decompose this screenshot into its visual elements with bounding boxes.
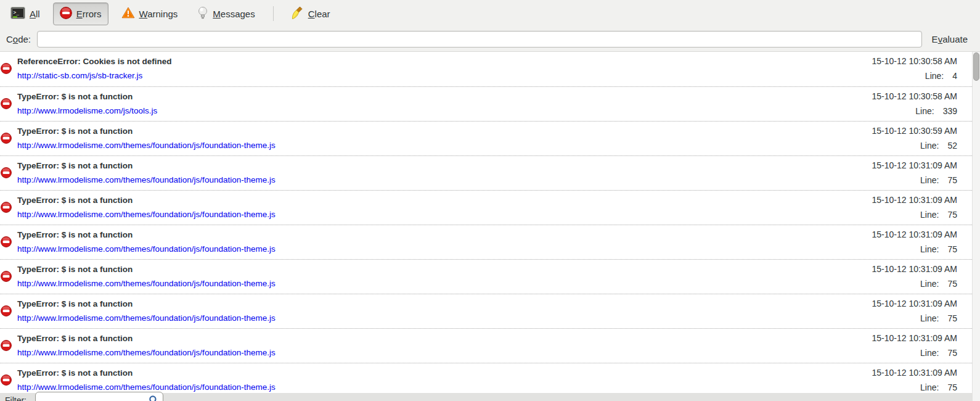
error-icon: [1, 271, 12, 282]
error-source-link[interactable]: http://www.lrmodelisme.com/themes/founda…: [17, 244, 276, 254]
error-message: TypeError: $ is not a function: [17, 195, 957, 205]
line-label: Line:: [925, 71, 944, 81]
messages-button[interactable]: Messages: [190, 2, 261, 26]
errors-button-label: Errors: [76, 9, 102, 19]
console-entry[interactable]: TypeError: $ is not a functionhttp://www…: [0, 155, 972, 190]
terminal-icon: >_: [10, 7, 25, 21]
console-entry[interactable]: TypeError: $ is not a functionhttp://www…: [0, 259, 972, 294]
messages-button-label: Messages: [213, 9, 255, 19]
line-number: 75: [947, 175, 957, 185]
line-label: Line:: [920, 279, 939, 289]
error-console-window: >_ All Errors: [0, 0, 980, 401]
line-number: 75: [947, 244, 957, 254]
error-icon: [1, 340, 12, 351]
error-source-link[interactable]: http://www.lrmodelisme.com/js/tools.js: [17, 106, 157, 115]
line-label: Line:: [920, 382, 939, 392]
warnings-button-label: Warnings: [139, 9, 178, 19]
line-label: Line:: [915, 106, 934, 116]
error-source-link[interactable]: http://static-sb.com/js/sb-tracker.js: [17, 71, 142, 80]
line-number: 75: [947, 210, 957, 220]
line-number: 75: [947, 313, 957, 323]
error-message: TypeError: $ is not a function: [17, 91, 957, 102]
code-bar: Code: Evaluate: [0, 27, 980, 52]
error-icon: [1, 133, 12, 144]
error-message: TypeError: $ is not a function: [17, 160, 957, 171]
error-message: TypeError: $ is not a function: [17, 299, 957, 309]
svg-text:>_: >_: [14, 10, 20, 15]
console-entry[interactable]: TypeError: $ is not a functionhttp://www…: [0, 86, 972, 121]
line-label: Line:: [920, 313, 939, 323]
error-timestamp: 15-10-12 10:31:09 AM: [872, 264, 957, 275]
line-label: Line:: [920, 348, 939, 358]
line-label: Line:: [920, 210, 939, 220]
broom-icon: [292, 6, 304, 22]
line-label: Line:: [920, 141, 939, 151]
console-entry[interactable]: TypeError: $ is not a functionhttp://www…: [0, 225, 972, 259]
filter-input[interactable]: [35, 392, 163, 401]
error-icon: [1, 202, 12, 213]
error-icon: [1, 236, 12, 247]
error-message: TypeError: $ is not a function: [17, 126, 957, 136]
toolbar-separator: [273, 6, 274, 21]
all-button-label: All: [30, 9, 40, 19]
vertical-scrollbar[interactable]: [972, 52, 980, 401]
lightbulb-icon: [197, 6, 208, 22]
toolbar: >_ All Errors: [0, 0, 980, 27]
error-icon: [1, 167, 12, 178]
search-icon[interactable]: [149, 395, 159, 401]
errors-button[interactable]: Errors: [53, 2, 108, 25]
line-number: 4: [952, 71, 957, 81]
line-label: Line:: [920, 175, 939, 185]
console-entry[interactable]: TypeError: $ is not a functionhttp://www…: [0, 294, 972, 328]
error-source-link[interactable]: http://www.lrmodelisme.com/themes/founda…: [17, 279, 276, 288]
error-icon: [60, 7, 72, 21]
error-timestamp: 15-10-12 10:30:58 AM: [872, 56, 957, 67]
warnings-button[interactable]: Warnings: [115, 2, 185, 25]
warning-icon: [121, 7, 135, 20]
error-source-link[interactable]: http://www.lrmodelisme.com/themes/founda…: [17, 313, 276, 323]
clear-button-label: Clear: [308, 9, 330, 19]
evaluate-button[interactable]: Evaluate: [932, 34, 968, 44]
error-message: TypeError: $ is not a function: [17, 264, 957, 275]
error-timestamp: 15-10-12 10:31:09 AM: [872, 333, 957, 344]
error-message: ReferenceError: Cookies is not defined: [17, 56, 957, 67]
console-entry[interactable]: TypeError: $ is not a functionhttp://www…: [0, 121, 972, 155]
scrollbar-thumb[interactable]: [973, 52, 979, 81]
console-entry[interactable]: TypeError: $ is not a functionhttp://www…: [0, 190, 972, 225]
error-icon: [1, 305, 12, 316]
error-timestamp: 15-10-12 10:30:58 AM: [872, 91, 957, 102]
error-icon: [1, 63, 12, 74]
console-list: ReferenceError: Cookies is not definedht…: [0, 52, 980, 401]
console-entry[interactable]: ReferenceError: Cookies is not definedht…: [0, 52, 972, 86]
error-message: TypeError: $ is not a function: [17, 229, 957, 240]
all-button[interactable]: >_ All: [4, 2, 47, 25]
error-timestamp: 15-10-12 10:31:09 AM: [872, 368, 957, 378]
console-entry[interactable]: TypeError: $ is not a functionhttp://www…: [0, 328, 972, 363]
error-source-link[interactable]: http://www.lrmodelisme.com/themes/founda…: [17, 348, 276, 357]
error-timestamp: 15-10-12 10:31:09 AM: [872, 195, 957, 205]
error-message: TypeError: $ is not a function: [17, 368, 957, 378]
error-message: TypeError: $ is not a function: [17, 333, 957, 344]
error-timestamp: 15-10-12 10:31:09 AM: [872, 160, 957, 171]
line-number: 75: [947, 348, 957, 358]
error-timestamp: 15-10-12 10:31:09 AM: [872, 299, 957, 309]
error-source-link[interactable]: http://www.lrmodelisme.com/themes/founda…: [17, 382, 276, 392]
line-number: 339: [943, 106, 957, 116]
code-label: Code:: [6, 34, 31, 44]
line-label: Line:: [920, 244, 939, 254]
clear-button[interactable]: Clear: [285, 2, 337, 26]
error-timestamp: 15-10-12 10:30:59 AM: [872, 126, 957, 136]
error-icon: [1, 98, 12, 109]
error-icon: [1, 374, 12, 386]
line-number: 75: [947, 279, 957, 289]
console-entries: ReferenceError: Cookies is not definedht…: [0, 52, 972, 397]
error-timestamp: 15-10-12 10:31:09 AM: [872, 229, 957, 240]
code-input[interactable]: [37, 31, 922, 48]
error-source-link[interactable]: http://www.lrmodelisme.com/themes/founda…: [17, 141, 276, 150]
error-source-link[interactable]: http://www.lrmodelisme.com/themes/founda…: [17, 210, 276, 219]
filter-label: Filter:: [5, 395, 27, 401]
line-number: 75: [947, 382, 957, 392]
error-source-link[interactable]: http://www.lrmodelisme.com/themes/founda…: [17, 175, 276, 184]
line-number: 52: [947, 141, 957, 151]
